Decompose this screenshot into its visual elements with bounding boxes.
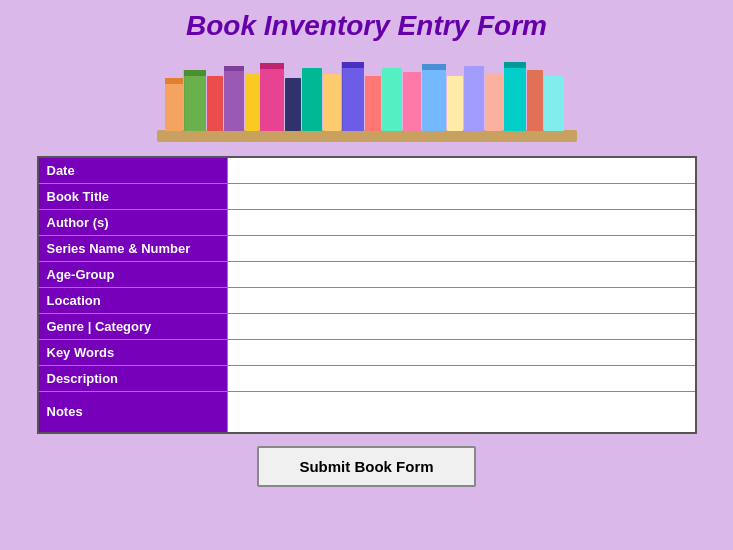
svg-rect-18 (403, 72, 421, 131)
submit-button[interactable]: Submit Book Form (257, 446, 475, 487)
svg-rect-12 (302, 68, 322, 131)
series-field[interactable] (232, 236, 691, 261)
description-field-label: Description (38, 365, 228, 391)
book-title-field-label: Book Title (38, 183, 228, 209)
svg-rect-16 (365, 76, 381, 131)
notes-field-cell (228, 391, 696, 433)
svg-rect-24 (504, 62, 526, 131)
svg-rect-8 (245, 73, 259, 131)
notes-field[interactable] (232, 392, 691, 428)
location-field-cell (228, 287, 696, 313)
svg-rect-0 (157, 130, 577, 142)
description-field[interactable] (232, 366, 691, 391)
book-title-field[interactable] (232, 184, 691, 209)
svg-rect-5 (207, 76, 223, 131)
notes-field-label: Notes (38, 391, 228, 433)
author-field-cell (228, 209, 696, 235)
bookshelf-illustration (127, 48, 607, 148)
svg-rect-25 (504, 62, 526, 68)
date-field[interactable] (232, 158, 691, 183)
svg-rect-1 (165, 78, 183, 131)
book-inventory-form: DateBook TitleAuthor (s)Series Name & Nu… (37, 156, 697, 434)
svg-rect-3 (184, 70, 206, 131)
svg-rect-21 (447, 76, 463, 131)
author-field-label: Author (s) (38, 209, 228, 235)
genre-field-label: Genre | Category (38, 313, 228, 339)
keywords-field-cell (228, 339, 696, 365)
series-field-label: Series Name & Number (38, 235, 228, 261)
author-field[interactable] (232, 210, 691, 235)
svg-rect-2 (165, 78, 183, 84)
svg-rect-17 (382, 68, 402, 131)
svg-rect-6 (224, 66, 244, 131)
svg-rect-22 (464, 66, 484, 131)
page-title: Book Inventory Entry Form (186, 10, 547, 42)
svg-rect-15 (342, 62, 364, 68)
svg-rect-10 (260, 63, 284, 69)
svg-rect-23 (485, 73, 503, 131)
svg-rect-19 (422, 64, 446, 131)
date-field-cell (228, 157, 696, 183)
keywords-field[interactable] (232, 340, 691, 365)
svg-rect-20 (422, 64, 446, 70)
date-field-label: Date (38, 157, 228, 183)
location-field[interactable] (232, 288, 691, 313)
location-field-label: Location (38, 287, 228, 313)
book-title-field-cell (228, 183, 696, 209)
svg-rect-11 (285, 78, 301, 131)
keywords-field-label: Key Words (38, 339, 228, 365)
svg-rect-26 (527, 70, 543, 131)
svg-rect-4 (184, 70, 206, 76)
genre-field-cell (228, 313, 696, 339)
svg-rect-7 (224, 66, 244, 71)
age-group-field-cell (228, 261, 696, 287)
genre-field[interactable] (232, 314, 691, 339)
svg-rect-9 (260, 63, 284, 131)
svg-rect-13 (323, 74, 341, 131)
svg-rect-14 (342, 62, 364, 131)
description-field-cell (228, 365, 696, 391)
svg-rect-27 (544, 76, 564, 131)
age-group-field-label: Age-Group (38, 261, 228, 287)
age-group-field[interactable] (232, 262, 691, 287)
page-wrapper: Book Inventory Entry Form (0, 0, 733, 550)
series-field-cell (228, 235, 696, 261)
